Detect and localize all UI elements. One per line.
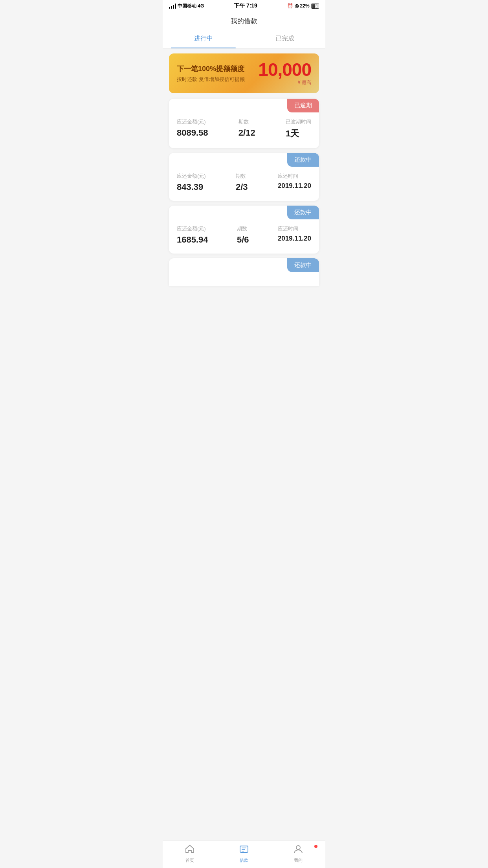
period-field-3: 期数 5/6 xyxy=(237,225,249,245)
due-date-field-3: 应还时间 2019.11.20 xyxy=(278,225,311,243)
period-field-2: 期数 2/3 xyxy=(236,173,248,192)
carrier-label: 中国移动 4G xyxy=(178,3,204,9)
due-date-field-2: 应还时间 2019.11.20 xyxy=(278,173,311,190)
amount-field-1: 应还金额(元) 8089.58 xyxy=(177,118,208,138)
loan-card-2[interactable]: 还款中 应还金额(元) 843.39 期数 2/3 应还时间 2019.11.2… xyxy=(169,153,319,201)
promo-text: 下一笔100%提额额度 按时还款 复借增加授信可提额 xyxy=(177,64,245,83)
promo-subtitle: 按时还款 复借增加授信可提额 xyxy=(177,76,245,83)
status-bar: 中国移动 4G 下午 7:19 ⏰ ◎ 22% ▓░ xyxy=(163,0,325,12)
loan-card-3[interactable]: 还款中 应还金额(元) 1685.94 期数 5/6 应还时间 2019.11.… xyxy=(169,206,319,254)
tab-in-progress[interactable]: 进行中 xyxy=(163,29,244,48)
main-content: 下一笔100%提额额度 按时还款 复借增加授信可提额 10,000 ¥ 最高 已… xyxy=(163,49,325,317)
amount-field-3: 应还金额(元) 1685.94 xyxy=(177,225,208,245)
battery-icon: ▓░ xyxy=(311,4,319,9)
repaying-badge-3: 还款中 xyxy=(287,206,319,219)
promo-banner[interactable]: 下一笔100%提额额度 按时还款 复借增加授信可提额 10,000 ¥ 最高 xyxy=(169,53,319,93)
promo-unit: ¥ 最高 xyxy=(258,79,311,86)
loan-card-1[interactable]: 已逾期 应还金额(元) 8089.58 期数 2/12 已逾期时间 1天 xyxy=(169,99,319,148)
page-title: 我的借款 xyxy=(231,17,257,25)
status-right: ⏰ ◎ 22% ▓░ xyxy=(287,3,319,9)
loan-card-partial[interactable]: 还款中 xyxy=(169,258,319,286)
promo-title: 下一笔100%提额额度 xyxy=(177,64,245,74)
alarm-icon: ⏰ xyxy=(287,3,293,9)
location-icon: ◎ xyxy=(295,3,299,9)
tab-bar: 进行中 已完成 xyxy=(163,29,325,49)
amount-field-2: 应还金额(元) 843.39 xyxy=(177,173,206,192)
status-left: 中国移动 4G xyxy=(169,3,204,9)
promo-amount: 10,000 xyxy=(258,61,311,79)
repaying-badge-partial: 还款中 xyxy=(287,258,319,272)
status-time: 下午 7:19 xyxy=(234,2,257,9)
period-field-1: 期数 2/12 xyxy=(238,118,255,138)
overdue-badge: 已逾期 xyxy=(287,99,319,112)
signal-icon xyxy=(169,4,176,9)
repaying-badge-2: 还款中 xyxy=(287,153,319,167)
battery-label: 22% xyxy=(300,3,310,9)
promo-amount-section: 10,000 ¥ 最高 xyxy=(258,61,311,86)
page-header: 我的借款 xyxy=(163,12,325,29)
overdue-time-field: 已逾期时间 1天 xyxy=(286,118,311,140)
tab-completed[interactable]: 已完成 xyxy=(244,29,325,48)
